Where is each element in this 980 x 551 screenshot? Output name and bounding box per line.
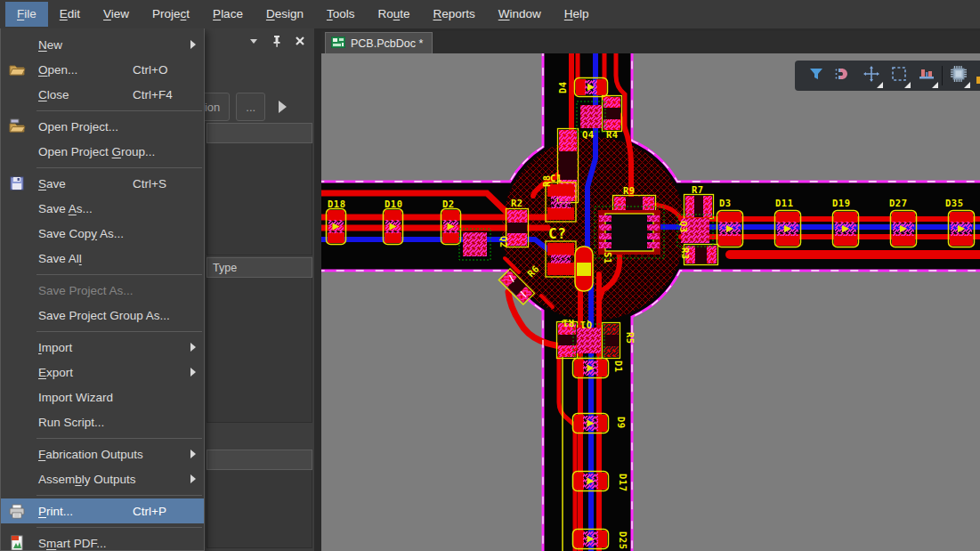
dropdown-corner-icon [932, 82, 938, 88]
menu-item-shortcut: Ctrl+O [133, 63, 167, 77]
menu-item-save[interactable]: SaveCtrl+S [1, 171, 204, 196]
panel-forward-icon[interactable] [279, 101, 287, 113]
refdes-R9: R9 [623, 185, 636, 196]
panel-section-header [207, 123, 312, 143]
menubar-item-design[interactable]: Design [255, 2, 315, 27]
menu-item-smart-pdf[interactable]: Smart PDF... [1, 531, 204, 551]
menu-item-open[interactable]: Open...Ctrl+O [1, 57, 204, 82]
pcb-doc-icon [331, 36, 345, 51]
pcb-canvas[interactable]: D4R8Q4R4D18D10D2R2Q2C1C?R6S1R9R1Q1R5D1D9… [321, 53, 980, 551]
menu-item-open-project-group[interactable]: Open Project Group... [1, 139, 204, 164]
refdes-R7: R7 [692, 184, 704, 195]
menu-item-fabrication-outputs[interactable]: Fabrication Outputs [1, 442, 204, 466]
smart-pdf-icon [8, 534, 26, 551]
menu-item-label: New [38, 38, 62, 52]
menu-item-save-copy-as[interactable]: Save Copy As... [1, 221, 204, 246]
panel-splitter[interactable] [314, 28, 321, 551]
refdes-Q1: Q1 [579, 320, 592, 330]
panel-controls [205, 30, 314, 52]
main-menu-bar: FileEditViewProjectPlaceDesignToolsRoute… [0, 0, 980, 28]
panel-list-body [207, 278, 312, 423]
menu-item-export[interactable]: Export [1, 360, 204, 385]
menu-item-label: Open Project Group... [38, 145, 155, 158]
chevron-down-icon[interactable] [247, 34, 261, 48]
tab-pcb-pcbdoc[interactable]: PCB.PcbDoc * [325, 32, 433, 53]
menu-item-label: Open Project... [38, 120, 118, 134]
menubar-item-window[interactable]: Window [487, 2, 553, 27]
menubar-item-file[interactable]: File [5, 2, 48, 27]
more-button[interactable]: ... [236, 93, 265, 121]
menu-item-label: Import [38, 341, 72, 354]
menu-separator [1, 523, 204, 531]
menu-item-save-project-as[interactable]: Save Project As... [1, 278, 204, 303]
refdes-D4: D4 [557, 81, 568, 93]
menu-separator [1, 328, 204, 335]
refdes-R5: R5 [625, 332, 636, 344]
open-folder-icon [8, 61, 26, 78]
canvas-float-toolbar [795, 61, 980, 91]
menubar-item-place[interactable]: Place [201, 2, 255, 27]
menu-item-shortcut: Ctrl+F4 [133, 88, 173, 101]
menu-item-print[interactable]: Print...Ctrl+P [1, 498, 204, 523]
close-icon[interactable] [293, 34, 307, 48]
submenu-arrow-icon [190, 368, 196, 377]
refdes-D25: D25 [618, 531, 628, 549]
refdes-D17: D17 [618, 474, 628, 491]
projects-panel: igation ... Type [205, 28, 314, 551]
menubar-item-tools[interactable]: Tools [315, 2, 367, 27]
menu-item-new[interactable]: New [1, 32, 204, 57]
refdes-R2: R2 [511, 198, 523, 208]
pin-icon[interactable] [270, 34, 284, 48]
menubar-item-view[interactable]: View [92, 2, 141, 27]
menubar-item-route[interactable]: Route [366, 2, 421, 27]
menu-item-open-project[interactable]: Open Project... [1, 114, 204, 139]
open-project-icon [8, 117, 26, 135]
menu-separator [1, 107, 204, 114]
print-icon [8, 502, 26, 520]
menu-item-run-script[interactable]: Run Script... [1, 409, 204, 434]
refdes-Cq: C? [548, 225, 566, 242]
chip-button[interactable] [944, 62, 972, 89]
menu-item-save-all[interactable]: Save All [1, 246, 204, 271]
magnet-button[interactable] [830, 62, 857, 89]
menu-item-assembly-outputs[interactable]: Assembly Outputs [1, 466, 204, 491]
menu-item-label: Smart PDF... [38, 537, 107, 550]
file-menu: NewOpen...Ctrl+OCloseCtrl+F4Open Project… [0, 28, 205, 551]
menu-item-label: Save All [38, 252, 82, 265]
menu-item-label: Fabrication Outputs [38, 448, 143, 461]
submenu-arrow-icon [190, 450, 196, 458]
menubar-item-reports[interactable]: Reports [421, 2, 486, 27]
save-icon [8, 174, 26, 192]
altium-window: igation ... Type PCB.PcbDoc * D4R8Q4R4D1… [0, 0, 980, 551]
refdes-D2: D2 [442, 199, 455, 209]
dropdown-corner-icon [964, 82, 970, 88]
menubar-item-help[interactable]: Help [553, 2, 601, 27]
refdes-D10: D10 [385, 199, 402, 209]
menu-item-shortcut: Ctrl+S [133, 177, 166, 190]
menu-item-import-wizard[interactable]: Import Wizard [1, 385, 204, 409]
menu-separator [1, 164, 204, 171]
toolbar-separator [942, 66, 943, 85]
refdes-C1: C1 [550, 173, 563, 183]
refdes-R1: R1 [562, 318, 574, 328]
magnet-icon [835, 66, 853, 85]
board-insight-button[interactable] [912, 62, 940, 89]
crosshair-button[interactable] [857, 62, 885, 89]
type-column-header[interactable]: Type [207, 257, 312, 278]
select-rect-button[interactable] [885, 62, 912, 89]
menu-item-label: Export [38, 366, 73, 379]
refdes-S1: S1 [603, 252, 613, 264]
menu-item-close[interactable]: CloseCtrl+F4 [1, 82, 204, 107]
menu-item-save-project-group-as[interactable]: Save Project Group As... [1, 303, 204, 328]
menu-item-label: Assembly Outputs [38, 473, 136, 486]
filter-button[interactable] [802, 62, 830, 89]
menubar-item-edit[interactable]: Edit [48, 2, 92, 27]
dropdown-corner-icon [877, 82, 883, 88]
refdes-D9: D9 [616, 417, 627, 429]
menu-item-save-as[interactable]: Save As... [1, 196, 204, 221]
menubar-item-project[interactable]: Project [141, 2, 201, 27]
menu-item-label: Save [38, 177, 66, 190]
menu-item-label: Save Project As... [38, 284, 134, 297]
menu-item-import[interactable]: Import [1, 335, 204, 360]
menu-separator [1, 271, 204, 278]
